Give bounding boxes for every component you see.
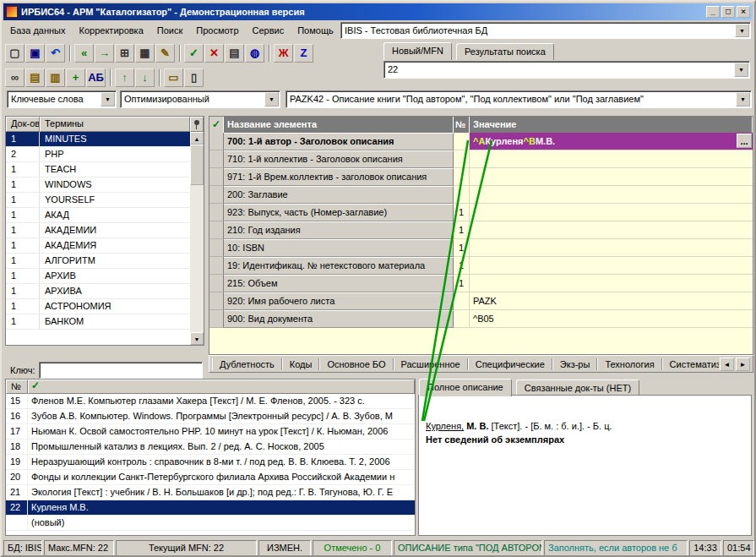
field-value[interactable] — [470, 204, 753, 221]
field-row[interactable]: 19: Идентификац. № нетекстового материал… — [209, 257, 753, 275]
irbis-logo-button[interactable]: Ж — [274, 44, 293, 63]
term-row[interactable]: 1АРХИВА — [6, 284, 190, 299]
menu-item-0[interactable]: База данных — [3, 23, 73, 38]
term-row[interactable]: 1АСТРОНОМИЯ — [6, 299, 190, 314]
move-up-button[interactable]: ↑ — [115, 68, 134, 87]
page-tab-5[interactable]: Экз-ры — [552, 358, 598, 370]
menu-item-4[interactable]: Сервис — [246, 23, 291, 38]
add-field-button[interactable]: + — [66, 68, 85, 87]
field-value[interactable] — [470, 150, 753, 168]
field-row[interactable]: 200: Заглавие — [209, 186, 753, 204]
term-row[interactable]: 2PHP — [6, 147, 190, 162]
clipboard-button[interactable]: ▯ — [184, 68, 204, 87]
terms-header-terms[interactable]: Термины — [40, 117, 190, 132]
copy-record-button[interactable]: ▤ — [25, 68, 45, 87]
record-row[interactable]: (новый) — [6, 516, 415, 531]
field-value[interactable] — [470, 275, 753, 292]
database-combo[interactable]: IBIS - Тестовая библиотечная БД — [340, 22, 751, 39]
term-row[interactable]: 1АКАД — [6, 208, 190, 223]
menu-item-5[interactable]: Помощь — [291, 23, 340, 38]
next-record-button[interactable]: → — [95, 44, 114, 63]
field-value[interactable]: ^AКурленя^BМ.В.... — [470, 133, 753, 150]
field-value[interactable]: ^B05 — [470, 310, 753, 328]
scroll-up-icon[interactable] — [190, 132, 204, 145]
field-row[interactable]: 215: Объем1 — [209, 275, 753, 292]
maximize-button[interactable] — [721, 6, 735, 18]
field-row[interactable]: 971: 1-й Врем.коллектив - заголовок опис… — [209, 168, 753, 186]
chevron-down-icon[interactable] — [734, 63, 748, 77]
term-row[interactable]: 1АКАДЕМИИ — [6, 223, 190, 238]
edit-button[interactable]: ✎ — [155, 44, 175, 63]
term-row[interactable]: 1АЛГОРИТМ — [6, 254, 190, 269]
cascade-button[interactable]: ⊞ — [115, 44, 134, 63]
worksheet-combo[interactable]: PAZK42 - Описание книги "Под автором", "… — [286, 90, 752, 108]
field-value[interactable] — [470, 168, 753, 186]
field-row[interactable]: 920: Имя рабочего листаPAZK — [209, 292, 753, 310]
field-row[interactable]: 700: 1-й автор - Заголовок описания^AКур… — [209, 133, 753, 150]
field-value[interactable] — [470, 186, 753, 204]
scroll-down-icon[interactable] — [190, 332, 204, 345]
folder-button[interactable]: ▭ — [164, 68, 183, 87]
chevron-down-icon[interactable] — [101, 92, 115, 106]
field-row[interactable]: 900: Вид документа^B05 — [209, 310, 753, 328]
worksheet-button[interactable]: ▦ — [135, 44, 155, 63]
field-value[interactable]: PAZK — [470, 292, 753, 310]
z3950-button[interactable]: Z — [294, 44, 313, 63]
mfn-combo[interactable]: 22 — [383, 61, 750, 79]
page-tab-6[interactable]: Технология — [597, 358, 661, 370]
pin-button[interactable] — [190, 117, 204, 132]
record-row[interactable]: 18Промышленный катализ в лекциях. Вып. 2… — [6, 440, 415, 455]
record-row[interactable]: 15Фленов М.Е. Компьютер глазами Хакера [… — [6, 394, 415, 409]
undo-button[interactable]: ↶ — [46, 44, 65, 63]
page-tabs-scroll-left[interactable] — [720, 358, 734, 371]
terms-scrollbar[interactable] — [190, 132, 204, 345]
globe-button[interactable]: ◍ — [245, 44, 264, 63]
page-tab-1[interactable]: Коды — [282, 358, 320, 370]
view-button[interactable]: ∞ — [5, 68, 24, 87]
keywords-combo[interactable]: Ключевые слова — [7, 90, 117, 108]
key-input[interactable] — [39, 362, 203, 379]
record-row[interactable]: 17Ньюман К. Освой самостоятельно PHP. 10… — [6, 424, 415, 440]
tab-new-mfn[interactable]: Новый/MFN — [383, 42, 452, 60]
menu-item-2[interactable]: Поиск — [150, 23, 189, 38]
terms-header-docs[interactable]: Док-ов — [6, 117, 40, 132]
term-row[interactable]: 1БАНКОМ — [6, 314, 190, 330]
minimize-button[interactable] — [706, 6, 720, 18]
chevron-down-icon[interactable] — [735, 24, 749, 37]
value-editor-button[interactable]: ... — [737, 134, 752, 148]
term-row[interactable]: 1АКАДЕМИЯ — [6, 238, 190, 254]
chevron-down-icon[interactable] — [264, 92, 279, 106]
page-tab-0[interactable]: Дублетность — [212, 358, 282, 370]
field-value[interactable] — [470, 257, 753, 275]
tab-linked-docs[interactable]: Связанные док-ты (НЕТ) — [516, 380, 639, 396]
print-button[interactable]: ▤ — [225, 44, 244, 63]
field-row[interactable]: 923: Выпуск, часть (Номер-заглавие)1 — [209, 204, 753, 221]
term-row[interactable]: 1TEACH — [6, 162, 190, 177]
field-value[interactable] — [470, 239, 753, 257]
record-row[interactable]: 16Зубов А.В. Компьютер. Windows. Програм… — [6, 409, 415, 424]
paste-record-button[interactable]: ▥ — [46, 68, 65, 87]
new-record-button[interactable]: ▢ — [5, 44, 24, 63]
dictionary-button[interactable]: АБ — [86, 68, 106, 87]
record-row[interactable]: 20Фонды и коллекции Санкт-Петербургского… — [6, 470, 415, 485]
menu-item-1[interactable]: Корректировка — [73, 23, 150, 38]
page-tabs-scroll-right[interactable] — [736, 358, 750, 371]
move-down-button[interactable]: ↓ — [135, 68, 155, 87]
term-row[interactable]: 1WINDOWS — [6, 177, 190, 193]
term-row[interactable]: 1АРХИВ — [6, 269, 190, 284]
record-row[interactable]: 21Экология [Текст] : учебник / В. Н. Бол… — [6, 485, 415, 500]
search-mode-combo[interactable]: Оптимизированный — [120, 90, 280, 108]
field-row[interactable]: 710: 1-й коллектив - Заголовок описания — [209, 150, 753, 168]
page-tab-7[interactable]: Систематизация — [662, 358, 719, 370]
scroll-thumb[interactable] — [190, 145, 204, 185]
menu-item-3[interactable]: Просмотр — [189, 23, 245, 38]
close-button[interactable] — [737, 6, 750, 18]
page-tab-3[interactable]: Расширенное — [394, 358, 468, 370]
chevron-down-icon[interactable] — [736, 92, 750, 106]
page-tab-4[interactable]: Специфические — [468, 358, 552, 370]
field-value[interactable] — [470, 221, 753, 239]
term-row[interactable]: 1YOURSELF — [6, 193, 190, 208]
tab-full-description[interactable]: Полное описание — [419, 379, 512, 396]
tab-search-results[interactable]: Результаты поиска — [456, 43, 554, 60]
field-row[interactable]: 210: Год издания1 — [209, 221, 753, 239]
